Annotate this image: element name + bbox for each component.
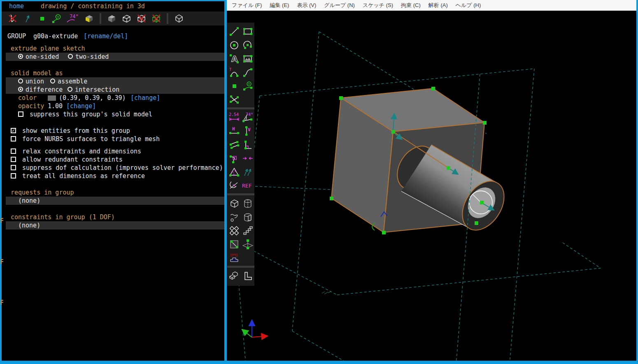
difference-radio[interactable] — [18, 87, 23, 92]
horizontal-constraint-tool[interactable]: H — [228, 124, 240, 138]
allow-redundant-row: allow redundant constraints — [2, 155, 224, 164]
difference-label[interactable]: difference — [26, 86, 63, 94]
reference-constraint-tool[interactable]: REF — [242, 179, 254, 192]
allow-redundant-checkbox[interactable] — [11, 157, 16, 162]
assemble-radio[interactable] — [50, 79, 55, 83]
x-axis — [252, 336, 268, 337]
helix-tool[interactable] — [228, 210, 240, 224]
intersection-radio[interactable] — [68, 87, 72, 92]
property-browser[interactable]: home drawing / constraining in 3d 74° — [2, 1, 224, 361]
show-entities-checkbox[interactable]: ✓ — [11, 128, 16, 133]
home-link[interactable]: home — [9, 2, 24, 10]
graphics-window[interactable]: ファイル (F) 編集 (E) 表示 (V) グループ (N) スケッチ (S)… — [227, 0, 636, 361]
rotate-tool[interactable] — [242, 224, 254, 237]
one-sided-radio[interactable] — [18, 54, 23, 59]
occluded-lines-icon[interactable] — [173, 13, 184, 24]
arc-tool[interactable] — [242, 38, 254, 52]
y-axis — [242, 329, 252, 337]
menu-group[interactable]: グループ (N) — [324, 2, 355, 9]
menu-edit[interactable]: 編集 (E) — [270, 2, 289, 9]
suppress-dof-checkbox[interactable] — [11, 165, 16, 170]
union-radio[interactable] — [18, 79, 23, 83]
lathe-tool[interactable] — [242, 197, 254, 210]
menu-constrain[interactable]: 拘束 (C) — [401, 2, 421, 9]
menu-view[interactable]: 表示 (V) — [297, 2, 316, 9]
vertical-constraint-tool[interactable]: V — [242, 124, 254, 138]
extrude-tool[interactable] — [228, 197, 240, 210]
two-sided-label[interactable]: two-sided — [75, 53, 109, 61]
text-tool[interactable]: A — [228, 52, 240, 65]
allow-redundant-label[interactable]: allow redundant constraints — [22, 155, 123, 164]
toolbar-separator — [227, 266, 254, 268]
one-sided-label[interactable]: one-sided — [26, 53, 59, 61]
show-outlines-icon[interactable] — [121, 13, 132, 24]
suppress-solid-label[interactable]: suppress this group's solid model — [30, 110, 152, 118]
symmetric-constraint-tool[interactable] — [242, 151, 254, 165]
3d-viewport[interactable] — [227, 11, 636, 361]
empty-cell — [242, 93, 254, 106]
color-swatch — [48, 95, 56, 101]
workplane-tool[interactable] — [242, 237, 254, 251]
relax-constraints-row: relax constraints and dimensions — [2, 147, 224, 155]
horizontal-label: H — [232, 126, 235, 132]
split-curves-tool[interactable] — [228, 93, 240, 106]
show-shaded-icon[interactable] — [84, 13, 95, 24]
force-nurbs-row: force NURBS surfaces to triangle mesh — [2, 135, 224, 143]
angle-constraint-tool[interactable]: 74° — [242, 111, 254, 124]
revolve-tool[interactable] — [242, 210, 254, 224]
suppress-solid-checkbox[interactable] — [18, 111, 23, 117]
two-sided-radio[interactable] — [68, 54, 73, 59]
equal-constraint-tool[interactable] — [228, 165, 240, 179]
same-orientation-constraint-tool[interactable] — [242, 165, 254, 179]
show-hidden-lines-icon[interactable] — [151, 13, 162, 24]
menu-analyze[interactable]: 解析 (A) — [428, 2, 448, 9]
relax-constraints-label[interactable]: relax constraints and dimensions — [22, 147, 141, 155]
show-construction-icon[interactable] — [51, 13, 62, 24]
treat-reference-label[interactable]: treat all dimensions as reference — [22, 172, 145, 180]
toolbar-separator — [100, 13, 101, 24]
treat-reference-checkbox[interactable] — [11, 173, 16, 179]
bezier-tool[interactable] — [242, 65, 254, 79]
menu-help[interactable]: ヘルプ (H) — [456, 2, 481, 9]
hide-construction-icon[interactable] — [7, 13, 18, 24]
show-points-icon[interactable] — [36, 13, 47, 24]
midpoint-constraint-tool[interactable] — [228, 151, 240, 165]
suppress-dof-label[interactable]: suppress dof calculation (improves solve… — [22, 164, 223, 172]
color-change-link[interactable]: [change] — [130, 94, 160, 102]
show-entities-label[interactable]: show entities from this group — [22, 127, 130, 135]
group-label: GROUP — [7, 32, 26, 40]
circle-tool[interactable] — [228, 38, 240, 52]
relax-constraints-checkbox[interactable] — [11, 148, 16, 154]
show-dimensions-icon[interactable]: 74° — [66, 13, 80, 24]
group-rename-del-link[interactable]: [rename/del] — [84, 32, 128, 40]
translate-tool[interactable] — [228, 224, 240, 237]
perpendicular-constraint-tool[interactable] — [242, 138, 254, 151]
menu-sketch[interactable]: スケッチ (S) — [363, 2, 393, 9]
force-nurbs-checkbox[interactable] — [11, 136, 16, 141]
force-nurbs-label[interactable]: force NURBS surfaces to triangle mesh — [22, 135, 160, 143]
tangent-constraint-tool[interactable] — [228, 179, 240, 192]
construction-tool[interactable] — [242, 79, 254, 93]
show-mesh-icon[interactable] — [136, 13, 147, 24]
image-tool[interactable] — [242, 52, 254, 65]
opacity-change-link[interactable]: [change] — [66, 102, 96, 110]
parallel-constraint-tool[interactable] — [228, 138, 240, 151]
union-label[interactable]: union — [26, 77, 44, 86]
flat-l-section-tool[interactable] — [242, 269, 254, 283]
distance-constraint-tool[interactable]: 2.54 — [228, 111, 240, 124]
requests-section-header: requests in group — [2, 188, 224, 197]
assemble-label[interactable]: assemble — [58, 77, 87, 86]
show-edges-icon[interactable] — [106, 13, 117, 24]
menu-file[interactable]: ファイル (F) — [232, 2, 262, 9]
intersection-label[interactable]: intersection — [75, 86, 119, 94]
line-tool[interactable] — [228, 25, 240, 38]
background-window-artifact: F — [0, 258, 3, 266]
tangent-arc-tool[interactable]: T — [228, 65, 240, 79]
nearest-iso-tool[interactable] — [228, 251, 240, 264]
link-tool[interactable] — [228, 237, 240, 251]
point-tool[interactable] — [228, 79, 240, 93]
suppress-solid-row: suppress this group's solid model — [2, 110, 224, 118]
show-solid-iso-tool[interactable] — [228, 269, 240, 283]
show-normals-icon[interactable] — [21, 13, 33, 24]
rectangle-tool[interactable] — [242, 25, 254, 38]
